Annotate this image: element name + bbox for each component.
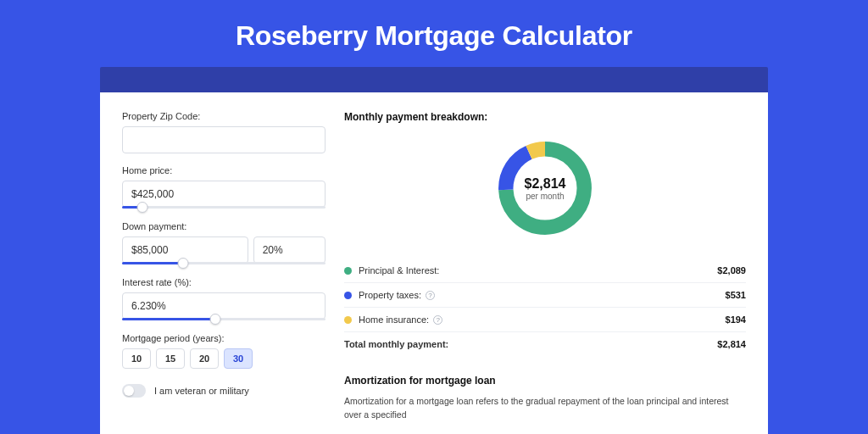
calculator-card: Property Zip Code: Home price: Down paym…	[100, 92, 768, 434]
donut-center: $2,814 per month	[493, 136, 597, 240]
period-btn-10[interactable]: 10	[122, 348, 151, 369]
info-icon[interactable]: ?	[426, 291, 435, 300]
mortgage-period-options: 10 15 20 30	[122, 348, 326, 369]
breakdown-value-insurance: $194	[726, 314, 746, 325]
breakdown-value-total: $2,814	[717, 339, 746, 349]
period-btn-15[interactable]: 15	[156, 348, 185, 369]
breakdown-label-total: Total monthly payment:	[344, 339, 717, 349]
home-price-input[interactable]	[122, 181, 326, 208]
interest-rate-input[interactable]	[122, 292, 326, 320]
donut-amount: $2,814	[525, 176, 566, 192]
info-icon[interactable]: ?	[433, 315, 442, 325]
period-btn-30[interactable]: 30	[224, 348, 253, 369]
mortgage-period-field: Mortgage period (years): 10 15 20 30	[122, 333, 326, 369]
down-payment-label: Down payment:	[122, 221, 326, 231]
breakdown-value-taxes: $531	[726, 290, 746, 300]
dot-principal	[344, 267, 352, 275]
home-price-label: Home price:	[122, 165, 326, 175]
veteran-label: I am veteran or military	[154, 386, 249, 396]
dot-taxes	[344, 292, 352, 299]
donut-sub: per month	[526, 192, 564, 201]
breakdown-row-total: Total monthly payment: $2,814	[344, 332, 746, 356]
breakdown-row-insurance: Home insurance: ? $194	[344, 308, 746, 332]
breakdown-row-taxes: Property taxes: ? $531	[344, 283, 746, 308]
down-payment-field: Down payment:	[122, 221, 326, 265]
amortization-title: Amortization for mortgage loan	[344, 375, 746, 387]
banner-bar	[100, 67, 768, 92]
veteran-toggle[interactable]	[122, 384, 146, 398]
home-price-slider[interactable]	[122, 206, 326, 209]
down-payment-slider[interactable]	[122, 262, 326, 265]
interest-rate-slider[interactable]	[122, 318, 326, 321]
donut-chart: $2,814 per month	[493, 136, 597, 240]
zip-input[interactable]	[122, 126, 326, 153]
interest-rate-label: Interest rate (%):	[122, 277, 326, 287]
breakdown-label-insurance: Home insurance: ?	[359, 314, 726, 325]
interest-rate-field: Interest rate (%):	[122, 277, 326, 321]
donut-wrap: $2,814 per month	[344, 136, 746, 240]
breakdown-row-principal: Principal & Interest: $2,089	[344, 259, 746, 283]
dot-insurance	[344, 316, 352, 324]
breakdown-value-principal: $2,089	[717, 265, 746, 275]
home-price-field: Home price:	[122, 165, 326, 209]
amortization-text: Amortization for a mortgage loan refers …	[344, 395, 746, 422]
mortgage-period-label: Mortgage period (years):	[122, 333, 326, 343]
down-payment-percent-input[interactable]	[253, 236, 326, 264]
breakdown-label-principal: Principal & Interest:	[359, 265, 717, 275]
period-btn-20[interactable]: 20	[190, 348, 219, 369]
breakdown-label-taxes: Property taxes: ?	[359, 290, 726, 300]
breakdown-column: Monthly payment breakdown: $2,814 per mo…	[344, 111, 746, 422]
zip-label: Property Zip Code:	[122, 111, 326, 121]
zip-field: Property Zip Code:	[122, 111, 326, 153]
form-column: Property Zip Code: Home price: Down paym…	[122, 111, 326, 422]
page-title: Roseberry Mortgage Calculator	[0, 0, 868, 67]
breakdown-title: Monthly payment breakdown:	[344, 111, 746, 123]
veteran-row: I am veteran or military	[122, 384, 326, 398]
